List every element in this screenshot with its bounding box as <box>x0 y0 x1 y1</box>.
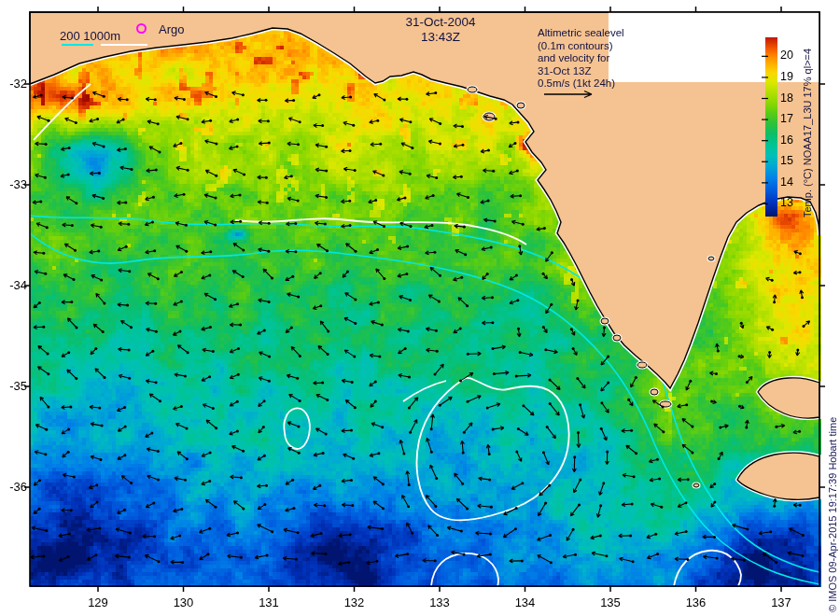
colorbar-tick-label: 18 <box>780 91 793 105</box>
colorbar-tick-label: 13 <box>780 196 793 210</box>
lon-axis-label: 131 <box>248 595 289 609</box>
lat-axis-label: -32 <box>1 77 27 91</box>
lat-axis-label: -34 <box>1 278 27 292</box>
depth-contour-legend: 200 1000m <box>60 29 120 43</box>
depth-200m-line <box>62 44 93 46</box>
island-9 <box>693 483 699 487</box>
depth-1000m-line <box>101 44 147 46</box>
island-8 <box>708 257 714 260</box>
altimetric-note-line5: 0.5m/s (1kt 24h) <box>538 77 615 89</box>
colorbar-tick-label: 20 <box>780 49 793 63</box>
island-4 <box>613 335 621 341</box>
lon-axis-label: 133 <box>419 595 460 609</box>
island-0 <box>468 87 477 92</box>
colorbar-tick-label: 19 <box>780 70 793 84</box>
sealevel-contour-6 <box>235 218 526 245</box>
colorbar-tick-label: 15 <box>780 154 793 168</box>
altimetric-note-line1: Altimetric sealevel <box>538 27 624 38</box>
map-overlay <box>0 0 840 616</box>
argo-float-icon <box>136 23 147 34</box>
island-3 <box>601 318 609 324</box>
altimetric-note-line4: 31-Oct 13Z <box>538 65 592 77</box>
lat-axis-label: -33 <box>1 177 27 191</box>
colorbar-tick-label: 17 <box>780 112 793 126</box>
island-6 <box>651 389 658 395</box>
colorbar-axis-label: Temp. (°C) NOAA17_L3U 17% ql>=4 <box>801 35 815 217</box>
yorke-peninsula <box>758 378 819 418</box>
sealevel-contour-4 <box>674 551 741 586</box>
kangaroo-island <box>737 453 819 499</box>
colorbar-tick-label: 16 <box>780 133 793 147</box>
lon-axis-label: 134 <box>505 595 546 609</box>
lon-axis-label: 135 <box>590 595 631 609</box>
argo-legend-label: Argo <box>159 22 184 36</box>
sealevel-contour-1 <box>403 381 446 401</box>
lat-axis-label: -36 <box>1 480 27 494</box>
map-time: 13:43Z <box>421 30 460 44</box>
colorbar-gradient <box>765 37 777 217</box>
sealevel-contour-3 <box>431 553 498 586</box>
map-datetime: 31-Oct-2004 13:43Z <box>371 15 511 45</box>
island-5 <box>637 362 647 368</box>
lat-axis-label: -35 <box>1 379 27 393</box>
colorbar-tick-label: 14 <box>780 175 793 189</box>
altimetric-note-line2: (0.1m contours) <box>538 40 613 51</box>
sealevel-contour-0 <box>417 378 569 520</box>
lon-axis-label: 136 <box>676 595 717 609</box>
island-2 <box>517 103 525 108</box>
sealevel-contour-2 <box>284 408 310 448</box>
sst-map-figure: 200 1000m Argo 31-Oct-2004 13:43Z Altime… <box>0 0 840 616</box>
lon-axis-label: 132 <box>334 595 375 609</box>
map-date: 31-Oct-2004 <box>405 15 475 29</box>
altimetric-note: Altimetric sealevel (0.1m contours) and … <box>538 27 624 91</box>
lon-axis-label: 130 <box>163 595 204 609</box>
altimetric-note-line3: and velocity for <box>538 52 609 63</box>
copyright-text: © IMOS 09-Apr-2015 19:17:39 Hobart time <box>826 349 840 612</box>
lon-axis-label: 129 <box>77 595 119 609</box>
sealevel-contour-5 <box>34 84 91 140</box>
lon-axis-label: 137 <box>761 595 802 609</box>
